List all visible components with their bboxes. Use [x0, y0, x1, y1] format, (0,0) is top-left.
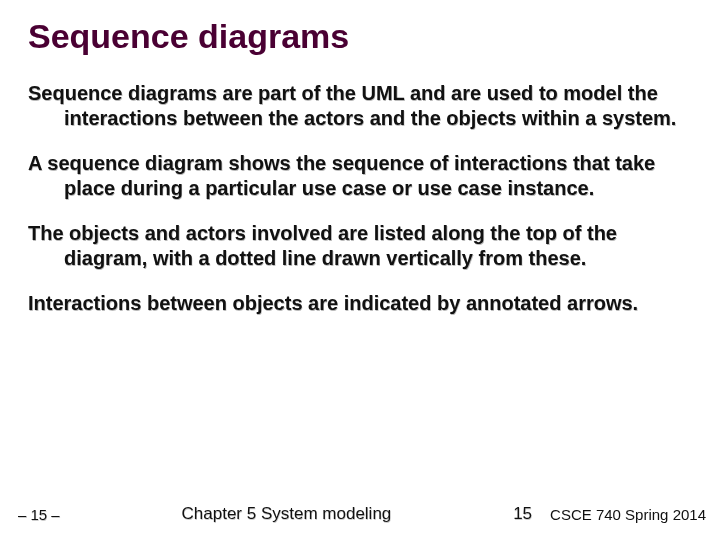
slide-title: Sequence diagrams	[28, 18, 692, 55]
page-number: 15	[513, 504, 550, 524]
page-marker: – 15 –	[18, 506, 60, 523]
paragraph: Interactions between objects are indicat…	[28, 291, 692, 316]
course-label: CSCE 740 Spring 2014	[550, 506, 706, 523]
chapter-label: Chapter 5 System modeling	[60, 504, 513, 524]
slide: Sequence diagrams Sequence diagrams are …	[0, 0, 720, 540]
slide-footer: – 15 – Chapter 5 System modeling 15 CSCE…	[0, 504, 720, 524]
paragraph: A sequence diagram shows the sequence of…	[28, 151, 692, 201]
paragraph: Sequence diagrams are part of the UML an…	[28, 81, 692, 131]
paragraph: The objects and actors involved are list…	[28, 221, 692, 271]
